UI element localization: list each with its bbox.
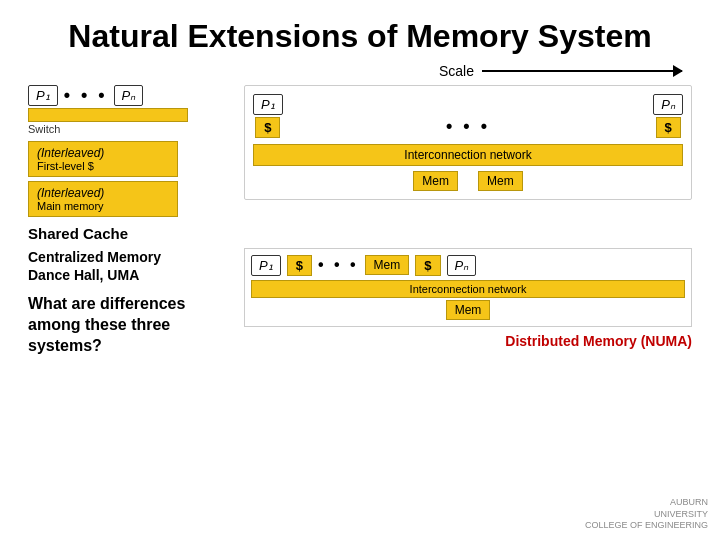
middle-p1-stack: P₁ $ — [253, 94, 283, 138]
middle-dollar1: $ — [255, 117, 280, 138]
page-title: Natural Extensions of Memory System — [28, 18, 692, 55]
middle-pn-stack: Pₙ $ — [653, 94, 683, 138]
cen-dollar1: $ — [287, 255, 312, 276]
left-p1: P₁ — [28, 85, 58, 106]
cache2-line2: Main memory — [37, 200, 169, 212]
middle-dollar2: $ — [656, 117, 681, 138]
scale-arrow — [482, 70, 682, 72]
middle-mem-row: Mem Mem — [253, 171, 683, 191]
left-pn: Pₙ — [114, 85, 144, 106]
bottom-right: P₁ $ • • • Mem $ Pₙ Interconnection netw… — [244, 248, 692, 349]
middle-mem2: Mem — [478, 171, 523, 191]
auburn-logo: AUBURN UNIVERSITY COLLEGE OF ENGINEERING — [585, 497, 708, 532]
left-switch-label: Switch — [28, 123, 228, 135]
right-column: P₁ $ • • • Pₙ $ Interconnection network … — [244, 85, 692, 200]
question-label: What are differences among these three s… — [28, 294, 228, 356]
left-dots: • • • — [64, 85, 108, 106]
shared-cache-label: Shared Cache — [28, 225, 228, 242]
left-proc-row: P₁ • • • Pₙ — [28, 85, 228, 106]
cen-diagram: P₁ $ • • • Mem $ Pₙ Interconnection netw… — [244, 248, 692, 327]
middle-interconnect: Interconnection network — [253, 144, 683, 166]
cen-interconnect: Interconnection network — [251, 280, 685, 298]
middle-pn: Pₙ — [653, 94, 683, 115]
content-area: P₁ • • • Pₙ Switch (Interleaved) First-l… — [28, 85, 692, 242]
left-switch-bar — [28, 108, 188, 122]
middle-dots: • • • — [291, 116, 646, 137]
auburn-line2: UNIVERSITY — [585, 509, 708, 521]
cen-mem2: Mem — [446, 300, 491, 320]
middle-mem1: Mem — [413, 171, 458, 191]
middle-top-row: P₁ $ • • • Pₙ $ — [253, 94, 683, 138]
bottom-left: Centralized Memory Dance Hall, UMA What … — [28, 248, 228, 357]
left-mem-block: (Interleaved) Main memory — [28, 181, 178, 217]
cen-top-row: P₁ $ • • • Mem $ Pₙ — [251, 255, 685, 276]
page: Natural Extensions of Memory System Scal… — [0, 0, 720, 540]
cen-mem-row: Mem — [251, 300, 685, 320]
cen-dollar2: $ — [415, 255, 440, 276]
middle-p1: P₁ — [253, 94, 283, 115]
cache1-line2: First-level $ — [37, 160, 169, 172]
distributed-label: Distributed Memory (NUMA) — [244, 333, 692, 349]
bottom-area: Centralized Memory Dance Hall, UMA What … — [28, 248, 692, 357]
auburn-line1: AUBURN — [585, 497, 708, 509]
centralized-label: Centralized Memory Dance Hall, UMA — [28, 248, 228, 284]
cen-pn: Pₙ — [447, 255, 477, 276]
cen-mem1: Mem — [365, 255, 410, 275]
auburn-line3: COLLEGE OF ENGINEERING — [585, 520, 708, 532]
cen-p1: P₁ — [251, 255, 281, 276]
scale-label: Scale — [439, 63, 474, 79]
left-cache1: (Interleaved) First-level $ — [28, 141, 178, 177]
cache2-line1: (Interleaved) — [37, 186, 169, 200]
cache1-line1: (Interleaved) — [37, 146, 169, 160]
left-column: P₁ • • • Pₙ Switch (Interleaved) First-l… — [28, 85, 228, 242]
cen-dots: • • • — [318, 256, 359, 274]
middle-diagram: P₁ $ • • • Pₙ $ Interconnection network … — [244, 85, 692, 200]
scale-row: Scale — [28, 63, 692, 79]
